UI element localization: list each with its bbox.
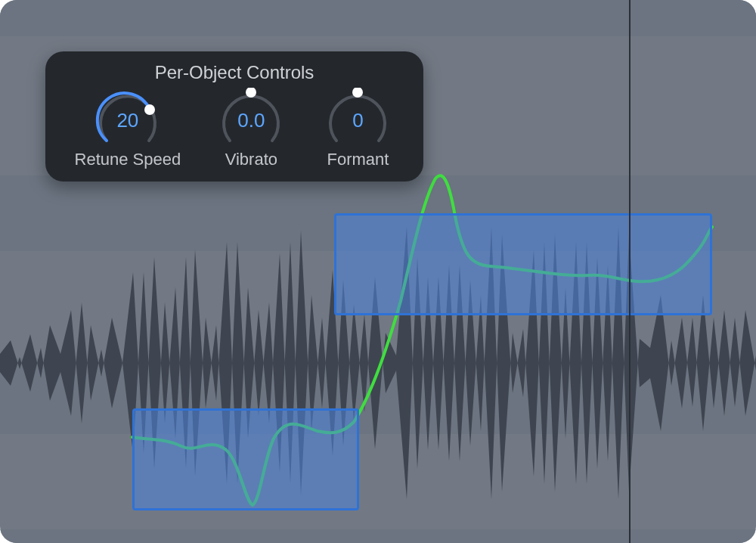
knob-label: Retune Speed [75,150,181,169]
knob-value: 0 [321,109,394,132]
note-block[interactable] [334,213,712,315]
pitch-editor-workspace[interactable]: Per-Object Controls 20 Retune Speed [0,0,756,543]
note-block[interactable] [132,408,359,510]
per-object-controls-panel: Per-Object Controls 20 Retune Speed [45,51,423,182]
panel-title: Per-Object Controls [60,62,408,83]
knobs-row: 20 Retune Speed 0.0 Vibrato [60,88,408,169]
knob-label: Formant [327,150,389,169]
playhead[interactable] [629,0,631,543]
knob-label: Vibrato [225,150,277,169]
knob-value: 20 [91,109,164,132]
formant-knob[interactable]: 0 Formant [321,88,394,169]
knob-value: 0.0 [215,109,287,132]
retune-speed-knob[interactable]: 20 Retune Speed [75,88,181,169]
vibrato-knob[interactable]: 0.0 Vibrato [215,88,287,169]
